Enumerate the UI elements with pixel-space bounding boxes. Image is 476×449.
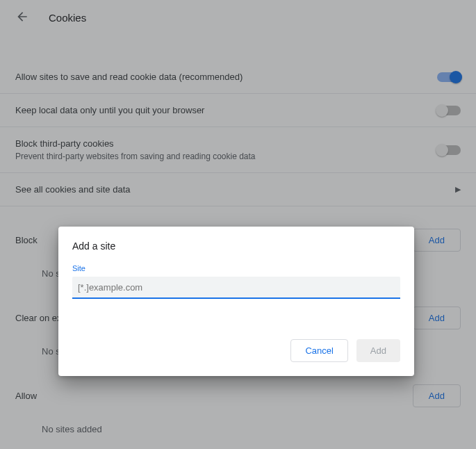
site-input[interactable]: [78, 282, 395, 293]
add-button[interactable]: Add: [356, 339, 400, 362]
modal-overlay[interactable]: [0, 0, 476, 449]
dialog-title: Add a site: [72, 240, 400, 252]
add-site-dialog: Add a site Site Cancel Add: [58, 227, 414, 376]
site-input-wrap[interactable]: [72, 277, 400, 299]
dialog-field-label: Site: [72, 264, 400, 272]
cancel-button[interactable]: Cancel: [290, 339, 347, 362]
